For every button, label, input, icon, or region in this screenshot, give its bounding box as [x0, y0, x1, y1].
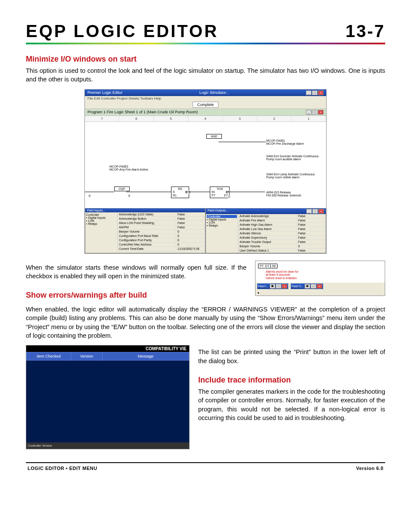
col-message[interactable]: Message: [103, 352, 189, 361]
osp-block[interactable]: OSP: [114, 187, 130, 192]
rs-block[interactable]: RS SQ R1: [171, 187, 189, 198]
heading-show-errors: Show errors/warnings after build: [26, 291, 246, 300]
field-inputs-panel[interactable]: Field Inputs... Controller ▪ Digital Inp…: [85, 208, 206, 253]
figure-minimized-io: PT ET -50 Alarms must be clear for at le…: [255, 261, 385, 296]
zero-label-1: 0: [88, 194, 91, 198]
zero-label-5: 0: [228, 195, 230, 199]
label-mcopfa003: MCOP-FA003 MCOP-Any Fire Alarm Active: [109, 165, 149, 171]
para-show-errors: When enabled, the logic editor will auto…: [26, 305, 385, 340]
footer-left: LOGIC EDITOR • EDIT MENU: [28, 466, 97, 471]
ton-block[interactable]: TON INQ PTET: [210, 187, 230, 198]
zero-label-2: 0: [128, 194, 131, 198]
para-after-fig1: When the simulator starts these windows …: [26, 263, 246, 281]
col-item-checked[interactable]: Item Checked: [27, 352, 71, 361]
header-rule: [26, 43, 385, 44]
window-buttons[interactable]: _□×: [306, 90, 324, 95]
program-tab[interactable]: Program 1 Fire Logic Sheet 1 of 1 (Main …: [87, 110, 198, 114]
min-field-inputs[interactable]: Field I... ▣□×: [257, 283, 288, 289]
para-print-list: The list can be printed using the “Print…: [198, 348, 385, 365]
ton-block-small: PT ET -50: [258, 264, 277, 268]
alarm-note: Alarms must be clear for at least 5 seco…: [266, 270, 382, 280]
footer-version: Version 6.0: [356, 466, 383, 471]
app-title: Premier Logic Editor: [87, 90, 123, 95]
sheet-window-buttons[interactable]: _□×: [306, 110, 324, 115]
menu-bar[interactable]: File Edit Controller Project Sheets Tool…: [85, 96, 326, 101]
figure-logic-editor-screenshot: Premier Logic Editor Logic Simulator... …: [84, 89, 327, 254]
doc-title: EQP LOGIC EDITOR: [26, 22, 218, 41]
heading-include-trace: Include trace information: [198, 376, 385, 385]
compat-footer: Controller Version: [26, 442, 189, 449]
para-minimize-io: This option is used to control the look …: [26, 66, 385, 84]
field-outputs-panel[interactable]: Field Outputs... _□× Controller ▪ Digita…: [206, 208, 326, 253]
page-number: 13-7: [346, 22, 385, 41]
label-sam014-sounder: SAM-014 Sounder Activate Continuous Pump…: [266, 155, 319, 161]
col-version[interactable]: Version: [71, 352, 103, 361]
heading-minimize-io: Minimize I/O windows on start: [26, 55, 385, 64]
footer-rule: [26, 462, 385, 463]
sim-title: Logic Simulator...: [199, 90, 229, 95]
column-ruler: 7 6 5 4 3 2 1: [85, 116, 326, 122]
complete-button[interactable]: Complete: [193, 102, 219, 108]
label-arm015: ARM-015 Release FM-200 Release Solenoid: [266, 191, 302, 197]
para-include-trace: The compiler generates markers in the co…: [198, 387, 385, 422]
logic-canvas[interactable]: AND MCOP-FA001 MCOP-Pre Discharge Alarm …: [85, 122, 326, 208]
figure-compatibility-viewer: COMPATIBILITY VIE Item Checked Version M…: [26, 345, 190, 449]
label-mcopfa001: MCOP-FA001 MCOP-Pre Discharge Alarm: [266, 139, 305, 146]
and-block[interactable]: AND: [206, 134, 222, 139]
min-field-outputs[interactable]: Field O... ▣□×: [291, 283, 323, 289]
compat-title: COMPATIBILITY VIE: [26, 345, 189, 352]
label-sam014-lamp: SAM-014 Lamp Activate Continuous Pump ro…: [266, 173, 315, 179]
